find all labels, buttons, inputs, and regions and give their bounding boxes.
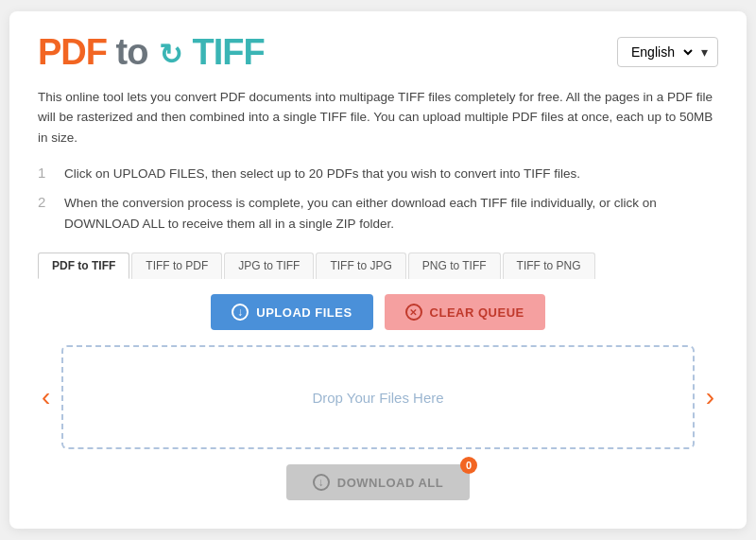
chevron-down-icon: ▾ bbox=[701, 44, 708, 60]
drop-placeholder: Drop Your Files Here bbox=[312, 390, 443, 406]
steps-list: 1 Click on UPLOAD FILES, then select up … bbox=[38, 164, 718, 235]
tab-pdf-to-tiff[interactable]: PDF to TIFF bbox=[38, 253, 129, 279]
download-bar: DOWNLOAD ALL 0 bbox=[38, 464, 718, 500]
action-bar: UPLOAD FILES CLEAR QUEUE bbox=[38, 294, 718, 330]
logo: PDF to ↻ TIFF bbox=[38, 34, 265, 70]
upload-icon bbox=[232, 304, 249, 321]
step-2: 2 When the conversion process is complet… bbox=[38, 193, 718, 234]
main-card: PDF to ↻ TIFF English Spanish French Ger… bbox=[9, 11, 747, 530]
next-arrow-button[interactable]: › bbox=[702, 384, 718, 410]
header: PDF to ↻ TIFF English Spanish French Ger… bbox=[38, 34, 718, 70]
step-2-number: 2 bbox=[38, 194, 53, 210]
download-badge: 0 bbox=[460, 457, 477, 474]
tab-tiff-to-png[interactable]: TIFF to PNG bbox=[503, 253, 595, 279]
drop-zone[interactable]: Drop Your Files Here bbox=[61, 345, 694, 449]
logo-pdf: PDF bbox=[38, 32, 107, 72]
logo-to: to bbox=[116, 32, 148, 72]
tab-png-to-tiff[interactable]: PNG to TIFF bbox=[408, 253, 501, 279]
language-selector[interactable]: English Spanish French German Chinese ▾ bbox=[617, 37, 718, 67]
tab-tiff-to-pdf[interactable]: TIFF to PDF bbox=[131, 253, 222, 279]
tab-bar: PDF to TIFF TIFF to PDF JPG to TIFF TIFF… bbox=[38, 253, 718, 279]
upload-button[interactable]: UPLOAD FILES bbox=[211, 294, 372, 330]
language-dropdown[interactable]: English Spanish French German Chinese bbox=[627, 44, 696, 61]
download-all-button[interactable]: DOWNLOAD ALL 0 bbox=[286, 464, 470, 500]
download-icon bbox=[313, 474, 330, 491]
clear-label: CLEAR QUEUE bbox=[430, 305, 524, 320]
download-label: DOWNLOAD ALL bbox=[337, 476, 443, 490]
clear-icon bbox=[405, 304, 422, 321]
drop-area-wrapper: ‹ Drop Your Files Here › bbox=[38, 345, 718, 449]
logo-tiff: TIFF bbox=[193, 32, 265, 72]
upload-label: UPLOAD FILES bbox=[256, 305, 352, 320]
description-text: This online tool lets you convert PDF do… bbox=[38, 87, 718, 148]
logo-arrow-icon: ↻ bbox=[159, 41, 181, 69]
step-1-number: 1 bbox=[38, 165, 53, 181]
clear-queue-button[interactable]: CLEAR QUEUE bbox=[385, 294, 545, 330]
prev-arrow-button[interactable]: ‹ bbox=[38, 384, 54, 410]
step-1-text: Click on UPLOAD FILES, then select up to… bbox=[64, 164, 580, 184]
step-1: 1 Click on UPLOAD FILES, then select up … bbox=[38, 164, 718, 184]
tab-tiff-to-jpg[interactable]: TIFF to JPG bbox=[316, 253, 405, 279]
step-2-text: When the conversion process is complete,… bbox=[64, 193, 718, 234]
tab-jpg-to-tiff[interactable]: JPG to TIFF bbox=[224, 253, 314, 279]
